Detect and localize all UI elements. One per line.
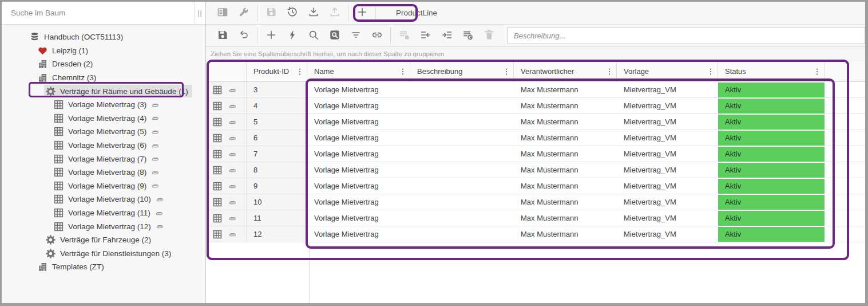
- cell-vorlage: Mietvertrag_VM: [617, 226, 718, 242]
- tree-item[interactable]: Handbuch (OCT51113): [2, 30, 205, 44]
- table-icon: [53, 140, 64, 151]
- import-button[interactable]: [303, 5, 324, 22]
- detail-panel-button[interactable]: [212, 5, 233, 22]
- table-row[interactable]: 10Vorlage MietvertragMax MustermannMietv…: [208, 194, 865, 210]
- column-header-beschreibung[interactable]: Beschreibung: [410, 61, 514, 81]
- table-row[interactable]: 3Vorlage MietvertragMax MustermannMietve…: [208, 82, 865, 98]
- add-row-button[interactable]: [260, 27, 282, 44]
- column-label: Name: [314, 67, 334, 76]
- rows-arrow-left-icon: [420, 29, 431, 42]
- tree-expander[interactable]: [27, 73, 36, 82]
- column-header-produkt_id[interactable]: Produkt-ID: [247, 61, 307, 81]
- paperclip-icon: [228, 150, 237, 159]
- tree-item[interactable]: Verträge für Fahrzeuge (2): [2, 233, 205, 247]
- tab-productline[interactable]: ProductLine: [383, 4, 450, 22]
- table-row[interactable]: 7Vorlage MietvertragMax MustermannMietve…: [208, 146, 865, 162]
- tree-item-label: Handbuch (OCT51113): [44, 33, 123, 41]
- cell-name: Vorlage Mietvertrag: [307, 82, 410, 97]
- table-row[interactable]: 6Vorlage MietvertragMax MustermannMietve…: [208, 130, 865, 146]
- tree-expander[interactable]: [27, 262, 36, 271]
- kebab-menu-icon[interactable]: [502, 67, 511, 76]
- column-header-status[interactable]: Status: [718, 61, 825, 81]
- table-icon: [212, 229, 223, 240]
- link-button[interactable]: [366, 27, 387, 44]
- table-row[interactable]: 5Vorlage MietvertragMax MustermannMietve…: [208, 114, 865, 130]
- tree-item[interactable]: Vorlage Mietvertrag (9): [2, 179, 205, 193]
- cell-status: Aktiv: [718, 178, 825, 194]
- status-badge: Aktiv: [718, 131, 825, 146]
- rows-history-button[interactable]: [457, 27, 478, 44]
- search-button[interactable]: [303, 27, 324, 44]
- tree-item-label: Templates (ZT): [52, 262, 104, 271]
- table-row[interactable]: 12Vorlage MietvertragMax MustermannMietv…: [208, 226, 865, 242]
- tree-item[interactable]: Vorlage Mietvertrag (11): [2, 206, 205, 220]
- search-icon: [308, 29, 319, 42]
- save-grid-button[interactable]: [212, 27, 233, 44]
- table-row[interactable]: 11Vorlage MietvertragMax MustermannMietv…: [208, 210, 865, 226]
- settings-button[interactable]: [233, 5, 254, 22]
- table-row[interactable]: 4Vorlage MietvertragMax MustermannMietve…: [208, 98, 865, 114]
- column-label: Status: [725, 67, 746, 76]
- sidebar-splitter-handle[interactable]: ||: [194, 2, 205, 24]
- tree-item[interactable]: Vorlage Mietvertrag (8): [2, 166, 205, 179]
- tree-expander[interactable]: [35, 87, 44, 96]
- row-icons-cell: [208, 114, 247, 130]
- actions-button[interactable]: [282, 27, 303, 44]
- undo-icon: [238, 29, 249, 42]
- filter-button[interactable]: [345, 27, 366, 44]
- row-icons-cell: [208, 130, 247, 146]
- kebab-menu-icon[interactable]: [706, 67, 715, 76]
- table-row[interactable]: 8Vorlage MietvertragMax MustermannMietve…: [208, 162, 865, 178]
- description-filter-input[interactable]: [508, 27, 865, 44]
- kebab-menu-icon[interactable]: [295, 67, 304, 76]
- undo-button[interactable]: [233, 27, 254, 44]
- group-by-bar[interactable]: Ziehen Sie eine Spaltenüberschrift hierh…: [206, 47, 865, 61]
- tree-expander[interactable]: [27, 46, 36, 55]
- cell-status: Aktiv: [718, 226, 825, 242]
- tree-item[interactable]: Templates (ZT): [2, 260, 205, 274]
- gear-icon: [45, 234, 56, 245]
- tree-item[interactable]: Vorlage Mietvertrag (7): [2, 152, 205, 166]
- paperclip-icon: [150, 141, 160, 150]
- cell-status: Aktiv: [718, 210, 825, 226]
- building-icon: [37, 261, 48, 272]
- row-icons-cell: [208, 98, 247, 113]
- tree-search-input[interactable]: [2, 2, 194, 24]
- gear-icon: [45, 248, 56, 259]
- tree-item[interactable]: Dresden (2): [2, 57, 205, 71]
- tree-item[interactable]: Vorlage Mietvertrag (10): [2, 193, 205, 206]
- row-icons-cell: [208, 226, 247, 242]
- tree-item[interactable]: Chemnitz (3): [2, 71, 205, 85]
- column-header-verantwortlicher[interactable]: Verantwortlicher: [514, 61, 617, 81]
- plus-icon: [356, 6, 368, 19]
- status-badge: Aktiv: [718, 147, 825, 162]
- tree-item[interactable]: Verträge für Räume und Gebäude (1): [2, 84, 205, 98]
- cell-name: Vorlage Mietvertrag: [307, 162, 410, 178]
- tree-item[interactable]: Leipzig (1): [2, 44, 205, 58]
- column-header-vorlage[interactable]: Vorlage: [617, 61, 718, 81]
- tree-expander[interactable]: [19, 33, 28, 41]
- tree-item[interactable]: Vorlage Mietvertrag (12): [2, 219, 205, 233]
- paperclip-icon: [150, 168, 160, 177]
- tree-expander[interactable]: [27, 60, 36, 68]
- tree-item[interactable]: Vorlage Mietvertrag (4): [2, 112, 205, 125]
- cell-name: Vorlage Mietvertrag: [307, 210, 410, 226]
- table-row[interactable]: 9Vorlage MietvertragMax MustermannMietve…: [208, 178, 865, 194]
- kebab-menu-icon[interactable]: [605, 67, 614, 76]
- add-tab-button[interactable]: [351, 5, 372, 22]
- cell-beschreibung: [410, 82, 514, 97]
- checkin-rows-button[interactable]: [436, 27, 457, 44]
- kebab-menu-icon[interactable]: [812, 67, 822, 76]
- tree-item[interactable]: Vorlage Mietvertrag (5): [2, 125, 205, 139]
- kebab-menu-icon[interactable]: [398, 67, 407, 76]
- paperclip-icon: [228, 117, 237, 127]
- column-label: Produkt-ID: [253, 67, 289, 76]
- checkout-rows-button[interactable]: [415, 27, 436, 44]
- search-database-button[interactable]: [324, 27, 345, 44]
- tree-item[interactable]: Vorlage Mietvertrag (3): [2, 98, 205, 112]
- tree-item[interactable]: Vorlage Mietvertrag (6): [2, 139, 205, 152]
- status-badge: Aktiv: [718, 163, 825, 178]
- tree-item[interactable]: Verträge für Dienstleistungen (3): [2, 247, 205, 261]
- restore-button[interactable]: [282, 5, 303, 22]
- column-header-name[interactable]: Name: [307, 61, 410, 81]
